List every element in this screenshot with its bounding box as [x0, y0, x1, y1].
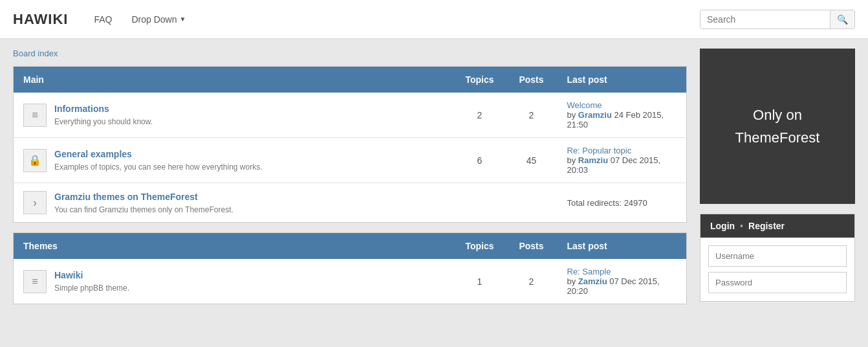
sidebar: Only on ThemeForest Login • Register: [700, 49, 855, 314]
forum-icon-arrow: ›: [23, 191, 47, 214]
separator-dot: •: [740, 221, 743, 231]
nav-dropdown[interactable]: Drop Down ▼: [125, 11, 192, 28]
posts-count-informations: 2: [506, 93, 558, 138]
forum-title-informations[interactable]: Informations: [54, 104, 153, 114]
table-row: ≡ Informations Everything you should kno…: [14, 93, 687, 138]
banner-line1: Only on: [735, 104, 820, 126]
topics-col-header: Topics: [454, 67, 506, 93]
main-forum-header: Main Topics Posts Last post: [14, 67, 687, 93]
last-post-user-general: Ramziu: [578, 155, 608, 165]
themes-col-header: Themes: [14, 233, 454, 260]
search-button[interactable]: 🔍: [830, 10, 854, 28]
login-header: Login • Register: [700, 214, 854, 238]
forum-title-hawiki[interactable]: Hawiki: [54, 270, 129, 280]
forum-icon-lines: ≡: [23, 104, 47, 127]
search-icon: 🔍: [837, 14, 848, 25]
topics-count-informations: 2: [454, 93, 506, 138]
posts-count-gramziu: [506, 183, 558, 223]
themes-forum-table: Themes Topics Posts Last post ≡: [13, 232, 687, 304]
last-post-title-general[interactable]: Re: Popular topic: [567, 146, 677, 155]
register-link[interactable]: Register: [748, 221, 785, 231]
posts-count-hawiki: 2: [506, 259, 558, 304]
forum-cell: ≡ Informations Everything you should kno…: [23, 104, 444, 127]
sidebar-banner: Only on ThemeForest: [700, 49, 855, 204]
forum-desc-hawiki: Simple phpBB theme.: [54, 284, 129, 293]
login-link[interactable]: Login: [710, 221, 735, 231]
last-post-title-hawiki[interactable]: Re: Sample: [567, 267, 677, 276]
forum-desc-general: Examples of topics, you can see here how…: [54, 162, 263, 172]
password-input[interactable]: [708, 272, 847, 293]
main-col-header: Main: [14, 67, 454, 93]
last-post-title-informations[interactable]: Welcome: [567, 100, 677, 110]
main-nav: FAQ Drop Down ▼: [87, 11, 700, 28]
lines-icon: ≡: [32, 276, 38, 287]
content-wrapper: Board index Main Topics Posts Last post: [0, 39, 868, 324]
forum-icon-hawiki: ≡: [23, 270, 47, 293]
topics-count-hawiki: 1: [454, 259, 506, 304]
arrow-right-icon: ›: [33, 196, 37, 210]
forum-icon-lock: 🔒: [23, 149, 47, 172]
banner-line2: ThemeForest: [735, 126, 820, 149]
sidebar-login: Login • Register: [700, 214, 855, 302]
themes-forum-header: Themes Topics Posts Last post: [14, 233, 687, 260]
table-row: 🔒 General examples Examples of topics, y…: [14, 138, 687, 183]
forum-title-gramziu[interactable]: Gramziu themes on ThemeForest: [54, 192, 233, 202]
forum-cell: ≡ Hawiki Simple phpBB theme.: [23, 270, 444, 293]
topics-count-general: 6: [454, 138, 506, 183]
table-row: › Gramziu themes on ThemeForest You can …: [14, 183, 687, 223]
last-post-general: Re: Popular topic by Ramziu 07 Dec 2015,…: [567, 146, 677, 175]
topics-count-gramziu: [454, 183, 506, 223]
table-row: ≡ Hawiki Simple phpBB theme. 1 2 Re: Sam…: [14, 259, 687, 304]
lock-icon: 🔒: [28, 154, 41, 166]
main-content: Board index Main Topics Posts Last post: [13, 49, 687, 314]
header: HAWIKI FAQ Drop Down ▼ 🔍: [0, 0, 868, 39]
username-input[interactable]: [708, 245, 847, 267]
last-post-user-informations: Gramziu: [578, 110, 612, 120]
last-post-informations: Welcome by Gramziu 24 Feb 2015, 21:50: [567, 100, 677, 129]
last-post-hawiki: Re: Sample by Zamziu 07 Dec 2015, 20:20: [567, 267, 677, 296]
forum-cell: › Gramziu themes on ThemeForest You can …: [23, 191, 444, 214]
themes-topics-col-header: Topics: [454, 233, 506, 260]
lastpost-col-header: Last post: [558, 67, 687, 93]
forum-cell: 🔒 General examples Examples of topics, y…: [23, 149, 444, 172]
breadcrumb: Board index: [13, 49, 687, 58]
nav-faq[interactable]: FAQ: [87, 11, 118, 28]
breadcrumb-link[interactable]: Board index: [13, 49, 58, 58]
login-body: [700, 238, 854, 301]
themes-posts-col-header: Posts: [506, 233, 558, 260]
posts-col-header: Posts: [506, 67, 558, 93]
site-logo: HAWIKI: [13, 11, 68, 28]
redirect-info-gramziu: Total redirects: 24970: [567, 198, 677, 208]
themes-lastpost-col-header: Last post: [558, 233, 687, 260]
main-forum-table: Main Topics Posts Last post ≡: [13, 66, 687, 223]
forum-desc-informations: Everything you should know.: [54, 117, 153, 126]
posts-count-general: 45: [506, 138, 558, 183]
forum-desc-gramziu: You can find Gramziu themes only on Them…: [54, 205, 233, 214]
search-box: 🔍: [700, 10, 855, 29]
lines-icon: ≡: [32, 109, 38, 121]
forum-title-general[interactable]: General examples: [54, 149, 263, 159]
last-post-user-hawiki: Zamziu: [578, 276, 607, 286]
search-input[interactable]: [700, 10, 830, 28]
chevron-down-icon: ▼: [180, 16, 186, 23]
